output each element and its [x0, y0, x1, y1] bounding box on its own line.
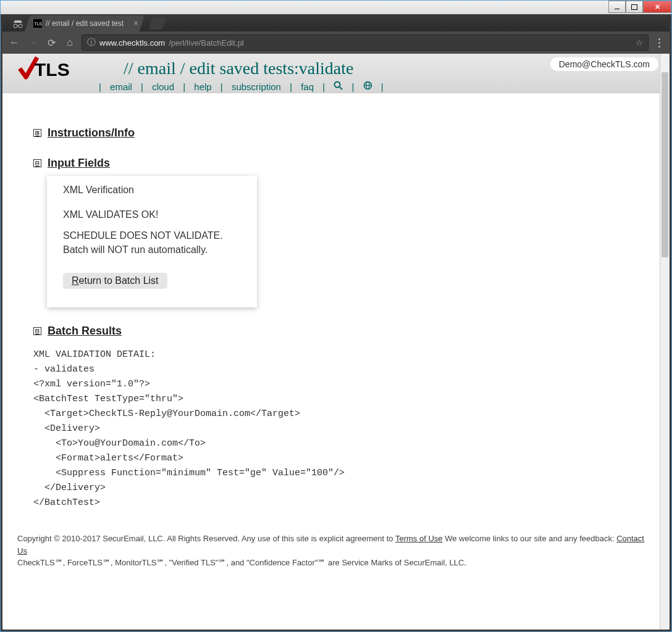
bookmark-star-icon[interactable]: ☆: [636, 38, 643, 48]
address-bar[interactable]: ⓘ www.checktls.com/perl/live/BatchEdit.p…: [82, 35, 649, 51]
page-footer: Copyright © 2010-2017 SecurEmail, LLC. A…: [2, 526, 670, 588]
collapse-icon[interactable]: ⊟: [33, 327, 41, 335]
site-info-icon[interactable]: ⓘ: [87, 37, 96, 48]
section-input-fields[interactable]: ⊟ Input Fields: [33, 157, 639, 170]
svg-text:TLS: TLS: [35, 59, 70, 80]
page-header: TLS // email / edit saved tests:validate…: [2, 54, 670, 93]
forward-button[interactable]: →: [26, 36, 40, 49]
xml-verification-label: XML Verification: [63, 185, 241, 196]
batch-not-run: Batch will NOT run automatically.: [63, 244, 208, 255]
vertical-scrollbar[interactable]: [660, 54, 670, 630]
section-instructions-label: Instructions/Info: [48, 127, 135, 139]
window-maximize-button[interactable]: [626, 1, 643, 13]
section-batch-results[interactable]: ⊟ Batch Results: [33, 325, 639, 338]
window-close-button[interactable]: [643, 1, 671, 13]
svg-line-5: [340, 87, 342, 89]
window-minimize-button[interactable]: [608, 1, 626, 13]
main-nav: | email | cloud | help | subscription | …: [93, 81, 660, 92]
nav-cloud[interactable]: cloud: [152, 81, 174, 92]
footer-copyright: Copyright © 2010-2017 SecurEmail, LLC. A…: [17, 534, 395, 543]
svg-point-0: [14, 24, 17, 28]
incognito-icon: [9, 17, 27, 31]
terms-of-use-link[interactable]: Terms of Use: [395, 534, 443, 543]
url-path: /perl/live/BatchEdit.pl: [169, 38, 243, 48]
browser-menu-button[interactable]: [653, 38, 665, 48]
nav-subscription[interactable]: subscription: [232, 81, 281, 92]
svg-point-4: [335, 82, 340, 88]
browser-toolbar: ← → ⟳ ⌂ ⓘ www.checktls.com/perl/live/Bat…: [2, 31, 670, 54]
schedule-not-validate: SCHEDULE DOES NOT VALIDATE.: [63, 230, 223, 241]
new-tab-button[interactable]: [149, 17, 166, 30]
section-instructions[interactable]: ⊞ Instructions/Info: [33, 127, 639, 139]
search-icon[interactable]: [334, 81, 343, 92]
browser-tabstrip: TLS // email / edit saved test ×: [2, 14, 670, 31]
home-button[interactable]: ⌂: [63, 36, 77, 49]
batch-results-output: XML VALIDATION DETAIL: - validates <?xml…: [33, 347, 639, 510]
nav-faq[interactable]: faq: [301, 81, 314, 92]
nav-help[interactable]: help: [194, 81, 211, 92]
collapse-icon[interactable]: ⊟: [33, 159, 41, 167]
return-to-batch-list-button[interactable]: Return to Batch List: [63, 273, 167, 289]
expand-icon[interactable]: ⊞: [33, 129, 41, 137]
svg-point-1: [19, 24, 22, 28]
globe-icon[interactable]: [363, 81, 372, 92]
footer-servicemarks: CheckTLS℠, ForceTLS℠, MonitorTLS℠, "Veri…: [17, 558, 466, 567]
tab-title: // email / edit saved test: [46, 19, 124, 28]
back-button[interactable]: ←: [7, 36, 21, 49]
checktls-logo[interactable]: TLS: [16, 56, 78, 85]
titlebar: [1, 1, 671, 14]
url-host: www.checktls.com: [99, 38, 165, 48]
user-badge[interactable]: Demo@CheckTLS.com: [550, 57, 658, 71]
reload-button[interactable]: ⟳: [44, 36, 58, 49]
tab-close-icon[interactable]: ×: [134, 19, 139, 28]
scrollbar-thumb[interactable]: [662, 72, 668, 257]
window-frame: TLS // email / edit saved test × ← → ⟳ ⌂…: [0, 0, 672, 632]
section-batch-results-label: Batch Results: [48, 325, 122, 338]
xml-validates-ok: XML VALIDATES OK!: [63, 208, 241, 222]
footer-welcome: We welcome links to our site and any fee…: [443, 534, 617, 543]
nav-email[interactable]: email: [110, 81, 132, 92]
browser-tab[interactable]: TLS // email / edit saved test ×: [25, 15, 145, 31]
favicon: TLS: [33, 19, 42, 28]
page-viewport: TLS // email / edit saved tests:validate…: [2, 54, 670, 630]
input-fields-card: XML Verification XML VALIDATES OK! SCHED…: [47, 176, 257, 307]
section-input-fields-label: Input Fields: [48, 157, 110, 170]
